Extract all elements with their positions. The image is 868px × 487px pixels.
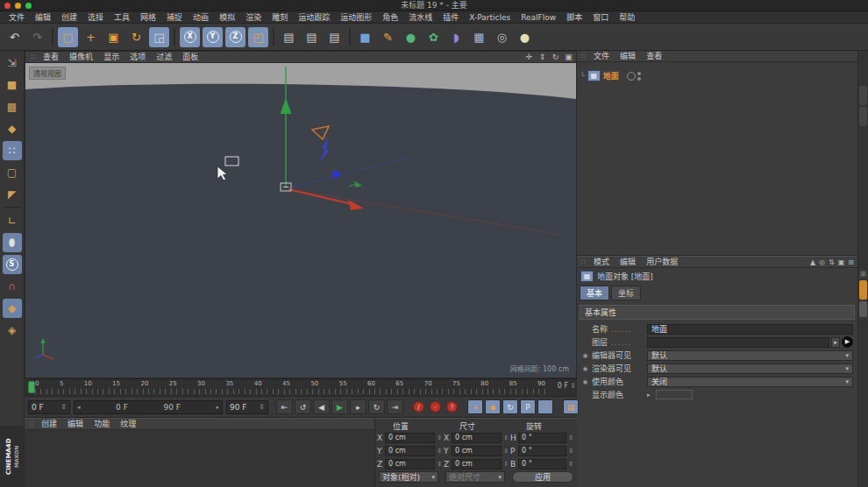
viewport-menu-item[interactable]: 过滤 — [151, 52, 177, 63]
timeline-mode-button[interactable]: ▤ — [563, 399, 579, 414]
coordinate-input[interactable]: 0 ° — [518, 459, 566, 469]
end-frame-spinner[interactable]: 90 F ⇕ — [226, 400, 268, 414]
add-deformer-button[interactable]: ◗ — [446, 27, 466, 47]
coordinate-input[interactable]: 0 cm — [385, 446, 435, 456]
collapse-icon[interactable]: ▲ — [810, 258, 815, 266]
lock-y-axis-button[interactable]: Y — [203, 27, 223, 47]
key-position-button[interactable]: + — [467, 399, 483, 414]
coordinate-input[interactable]: 0 ° — [518, 446, 566, 456]
layer-menu-arrow[interactable]: ▸ — [831, 337, 840, 348]
maximize-icon[interactable]: ▣ — [564, 52, 573, 63]
menu-item[interactable]: 网格 — [135, 11, 161, 24]
texture-mode-button[interactable]: ▩ — [3, 97, 22, 116]
attribute-dropdown[interactable]: 关闭 ▾ — [647, 377, 853, 387]
layout-tab[interactable] — [859, 86, 867, 105]
layers-tab[interactable] — [859, 301, 867, 317]
tab-basic[interactable]: 基本 — [580, 286, 609, 300]
play-mode-button[interactable]: ↺ — [295, 399, 311, 414]
attribute-manager-menu-item[interactable]: 用户数据 — [641, 257, 683, 268]
coordinate-input[interactable]: 0 cm — [385, 433, 435, 443]
add-subdivision-surface-button[interactable]: ● — [401, 27, 421, 47]
lock-z-axis-button[interactable]: Z — [225, 27, 245, 47]
coordinate-system-button[interactable]: ◰ — [248, 27, 268, 47]
timeline-ruler[interactable]: 051015202530354045505560657075808590 0 F… — [25, 378, 577, 397]
coordinate-input[interactable]: 0 cm — [452, 446, 502, 456]
previous-frame-button[interactable]: ◀ — [313, 399, 330, 414]
add-spline-button[interactable]: ✎ — [378, 27, 398, 47]
material-menu-item[interactable]: 功能 — [89, 419, 115, 430]
coordinate-input[interactable]: 0 cm — [452, 459, 502, 469]
object-manager-menu-item[interactable]: 查看 — [641, 51, 667, 62]
render-to-picture-viewer-button[interactable]: ▤ — [302, 27, 322, 47]
move-tool[interactable]: + — [81, 27, 101, 47]
stepper-icon[interactable]: ⇕ — [503, 434, 509, 441]
last-used-tool[interactable]: ◲ — [149, 27, 169, 47]
panel-grip-icon[interactable]: ∷ — [579, 258, 588, 266]
row-toggle-icon[interactable]: ◉ — [581, 378, 589, 385]
material-menu-item[interactable]: 编辑 — [62, 419, 89, 430]
menu-item[interactable]: 编辑 — [30, 11, 56, 24]
viewport-menu-item[interactable]: 摄像机 — [64, 52, 98, 63]
panel-grip-icon[interactable]: ∷ — [26, 420, 36, 428]
make-editable-button[interactable]: ⇲ — [3, 53, 22, 73]
scale-tool[interactable]: ▣ — [103, 27, 124, 47]
stepper-icon[interactable]: ⇕ — [568, 448, 573, 455]
attribute-manager-menu-item[interactable]: 模式 — [588, 257, 615, 268]
menu-item[interactable]: 流水线 — [403, 11, 438, 24]
next-frame-button[interactable]: ▸ — [350, 399, 366, 414]
display-color-swatch[interactable] — [656, 390, 693, 399]
range-right-arrow-icon[interactable]: ▸ — [216, 404, 219, 411]
stepper-icon[interactable]: ⇕ — [437, 461, 442, 468]
apply-button[interactable]: 应用 — [512, 471, 573, 483]
timeline-stepper-icon[interactable]: ⇕ — [570, 382, 576, 390]
goto-start-button[interactable]: ⇤ — [276, 399, 293, 414]
search-icon[interactable]: ◎ — [819, 258, 825, 266]
timeline-playhead[interactable] — [28, 381, 35, 393]
material-list-area[interactable] — [25, 430, 374, 487]
redo-button[interactable]: ↷ — [27, 27, 47, 47]
object-manager-menu-item[interactable]: 文件 — [588, 51, 615, 62]
workplane-lock-button[interactable]: ◆ — [3, 299, 22, 318]
menu-item[interactable]: 模拟 — [214, 11, 240, 24]
undo-button[interactable]: ↶ — [4, 27, 25, 47]
enable-axis-button[interactable]: ∟ — [3, 211, 22, 230]
menu-item[interactable]: 窗口 — [587, 11, 614, 24]
material-menu-item[interactable]: 纹理 — [115, 419, 141, 430]
goto-end-button[interactable]: ⇥ — [387, 399, 403, 414]
panel-grip-icon[interactable]: ∷ — [28, 53, 38, 61]
polygons-mode-button[interactable]: ◤ — [3, 185, 22, 204]
play-forward-button[interactable]: ▶ — [331, 399, 348, 414]
add-generator-button[interactable]: ✿ — [423, 27, 444, 47]
points-mode-button[interactable]: ∷ — [3, 141, 22, 160]
viewport-solo-button[interactable]: ⬮ — [3, 233, 22, 252]
stepper-icon[interactable]: ⇕ — [60, 403, 67, 411]
key-rotation-button[interactable]: ↻ — [502, 399, 518, 414]
add-cube-button[interactable]: ■ — [355, 27, 375, 47]
coordinate-input[interactable]: 0 ° — [518, 433, 566, 443]
object-name[interactable]: 地面 — [603, 70, 619, 81]
stepper-icon[interactable]: ⇕ — [437, 448, 442, 455]
row-toggle-icon[interactable]: ◉ — [581, 365, 589, 372]
coordinate-mode-dropdown[interactable]: 对象(相对) ▾ — [379, 471, 438, 483]
attribute-text-input[interactable]: 地面 — [647, 324, 853, 335]
z-axis-handle[interactable] — [332, 171, 339, 178]
rotate-tool[interactable]: ↻ — [126, 27, 146, 47]
layout-tab[interactable] — [859, 107, 867, 126]
viewport-menu-item[interactable]: 显示 — [98, 52, 125, 63]
menu-item[interactable]: 角色 — [377, 11, 403, 24]
layer-field[interactable] — [647, 337, 829, 348]
record-keyframe-button[interactable]: / — [411, 399, 426, 414]
add-environment-button[interactable]: ▦ — [469, 27, 489, 47]
viewport-menu-item[interactable]: 面板 — [177, 52, 203, 63]
row-toggle-icon[interactable]: ◉ — [581, 352, 589, 359]
key-scale-button[interactable]: ▪ — [485, 399, 501, 414]
zoom-icon[interactable]: ⇕ — [537, 52, 547, 63]
menu-item[interactable]: 雕刻 — [267, 11, 293, 24]
panel-grip-icon[interactable]: ∷ — [579, 53, 588, 60]
add-camera-button[interactable]: ◎ — [492, 27, 512, 47]
menu-item[interactable]: X-Particles — [464, 11, 516, 24]
current-frame-spinner[interactable]: 0 F ⇕ — [28, 400, 70, 414]
menu-item[interactable]: RealFlow — [516, 11, 561, 24]
menu-item[interactable]: 选择 — [82, 11, 109, 24]
menu-item[interactable]: 动画 — [188, 11, 214, 24]
